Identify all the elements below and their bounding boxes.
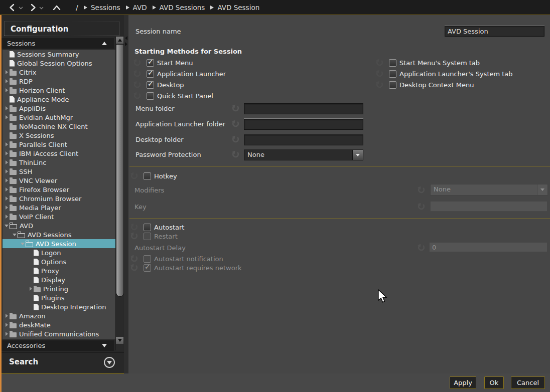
- desktop-folder-input[interactable]: [244, 134, 363, 145]
- breadcrumb-item[interactable]: AVD Session: [210, 4, 259, 12]
- up-icon[interactable]: [53, 5, 61, 10]
- scroll-down-icon[interactable]: [116, 337, 123, 344]
- breadcrumb-root[interactable]: /: [76, 0, 78, 15]
- tree-item[interactable]: VoIP Client: [3, 212, 115, 221]
- dropdown-arrow-icon[interactable]: [352, 150, 363, 160]
- expand-arrow-icon[interactable]: [4, 142, 10, 147]
- tree-item[interactable]: Display: [3, 275, 115, 284]
- back-icon[interactable]: [9, 4, 16, 12]
- accordion-accessories[interactable]: Accessories: [2, 340, 114, 351]
- expand-arrow-icon[interactable]: [28, 286, 34, 291]
- checkbox[interactable]: ✓: [147, 81, 154, 89]
- search-expand-button[interactable]: [104, 357, 115, 368]
- expand-arrow-icon[interactable]: [4, 214, 10, 219]
- tree-item[interactable]: SSH: [3, 167, 115, 176]
- expand-arrow-icon[interactable]: [4, 178, 10, 183]
- expand-arrow-icon[interactable]: [4, 70, 10, 75]
- app-launcher-folder-input[interactable]: [244, 119, 363, 130]
- expand-arrow-icon[interactable]: [4, 322, 10, 327]
- tree-item[interactable]: Sessions Summary: [3, 50, 115, 59]
- tree-item[interactable]: Proxy: [3, 266, 115, 275]
- expand-arrow-icon[interactable]: [4, 106, 10, 111]
- checkbox[interactable]: ✓: [389, 59, 396, 67]
- tree-item[interactable]: VNC Viewer: [3, 176, 115, 185]
- checkbox[interactable]: ✓: [389, 81, 396, 89]
- expand-arrow-icon[interactable]: [4, 88, 10, 93]
- revert-icon[interactable]: [375, 70, 384, 78]
- expand-arrow-icon[interactable]: [4, 196, 10, 201]
- tree-item[interactable]: AVD: [3, 221, 115, 230]
- expand-arrow-icon[interactable]: [4, 79, 10, 84]
- tree-item[interactable]: Citrix: [3, 68, 115, 77]
- sidebar-scrollbar[interactable]: [115, 37, 123, 350]
- tree-item[interactable]: Firefox Browser: [3, 185, 115, 194]
- forward-icon[interactable]: [29, 4, 37, 12]
- expand-arrow-icon[interactable]: [4, 115, 10, 120]
- tree-item[interactable]: RDP: [3, 77, 115, 86]
- tree-item[interactable]: IBM iAccess Client: [3, 149, 115, 158]
- revert-icon[interactable]: [130, 223, 139, 232]
- breadcrumb-item[interactable]: AVD: [126, 4, 147, 12]
- tree-item[interactable]: Unified Communications: [3, 329, 115, 338]
- tree-item[interactable]: Chromium Browser: [3, 194, 115, 203]
- tree-item[interactable]: Horizon Client: [3, 86, 115, 95]
- splitter-left-icon[interactable]: [125, 36, 127, 40]
- scroll-up-icon[interactable]: [116, 37, 123, 44]
- collapse-arrow-icon[interactable]: [20, 241, 26, 246]
- revert-icon[interactable]: [375, 81, 384, 89]
- tree-item[interactable]: Desktop Integration: [3, 302, 115, 311]
- tree-item[interactable]: Global Session Options: [3, 59, 115, 68]
- checkbox[interactable]: ✓: [389, 70, 396, 78]
- tree-item[interactable]: deskMate: [3, 320, 115, 329]
- cancel-button[interactable]: Cancel: [511, 376, 545, 389]
- menu-folder-input[interactable]: [244, 103, 363, 114]
- checkbox[interactable]: ✓: [147, 70, 154, 78]
- revert-icon[interactable]: [133, 92, 142, 100]
- scrollbar-thumb[interactable]: [116, 44, 124, 297]
- back-dropdown-icon[interactable]: [19, 7, 23, 10]
- apply-button[interactable]: Apply: [450, 376, 476, 389]
- revert-icon[interactable]: [133, 59, 142, 67]
- revert-icon[interactable]: [133, 70, 142, 78]
- checkbox[interactable]: ✓: [147, 59, 154, 67]
- revert-icon[interactable]: [130, 172, 139, 180]
- breadcrumb-item[interactable]: Sessions: [84, 4, 120, 12]
- expand-arrow-icon[interactable]: [4, 169, 10, 174]
- tree-item[interactable]: Media Player: [3, 203, 115, 212]
- forward-dropdown-icon[interactable]: [39, 7, 44, 10]
- tree-item[interactable]: ThinLinc: [3, 158, 115, 167]
- revert-icon[interactable]: [231, 104, 240, 113]
- tree-item[interactable]: AVD Sessions: [3, 230, 115, 239]
- tree-item[interactable]: Appliance Mode: [3, 95, 115, 104]
- revert-icon[interactable]: [231, 135, 240, 144]
- breadcrumb-item[interactable]: AVD Sessions: [153, 4, 205, 12]
- accordion-sessions[interactable]: Sessions: [2, 38, 114, 49]
- hotkey-checkbox[interactable]: ✓: [144, 172, 151, 180]
- tree-item[interactable]: Evidian AuthMgr: [3, 113, 115, 122]
- splitter-right-icon[interactable]: [125, 42, 127, 46]
- tree-item[interactable]: NoMachine NX Client: [3, 122, 115, 131]
- autostart-checkbox[interactable]: ✓: [144, 224, 151, 231]
- tree-item[interactable]: AppliDis: [3, 104, 115, 113]
- tree-item[interactable]: Options: [3, 257, 115, 266]
- collapse-arrow-icon[interactable]: [12, 232, 18, 237]
- expand-arrow-icon[interactable]: [4, 160, 10, 165]
- revert-icon[interactable]: [133, 81, 142, 89]
- tree-item[interactable]: Parallels Client: [3, 140, 115, 149]
- revert-icon[interactable]: [375, 59, 384, 67]
- tree-item[interactable]: Printing: [3, 284, 115, 293]
- revert-icon[interactable]: [231, 120, 240, 128]
- revert-icon[interactable]: [231, 150, 240, 159]
- tree-item[interactable]: AVD Session: [3, 239, 115, 248]
- tree-item[interactable]: X Sessions: [3, 131, 115, 140]
- expand-arrow-icon[interactable]: [4, 331, 10, 336]
- checkbox[interactable]: ✓: [147, 92, 154, 100]
- expand-arrow-icon[interactable]: [4, 313, 10, 318]
- expand-arrow-icon[interactable]: [4, 151, 10, 156]
- password-protection-select[interactable]: None: [244, 149, 363, 160]
- tree-item[interactable]: Amazon: [3, 311, 115, 320]
- tree-item[interactable]: Logon: [3, 248, 115, 257]
- expand-arrow-icon[interactable]: [4, 205, 10, 210]
- ok-button[interactable]: Ok: [484, 376, 504, 389]
- panel-splitter[interactable]: [124, 15, 128, 373]
